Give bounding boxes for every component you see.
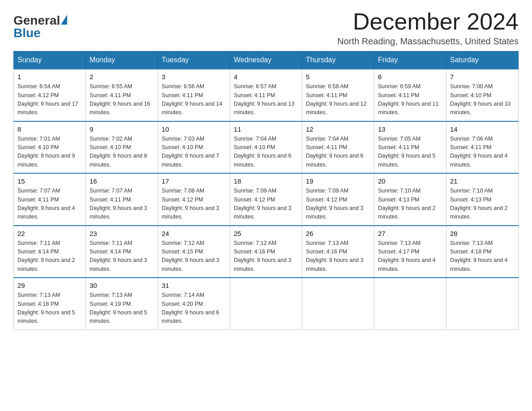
day-number: 2	[90, 73, 154, 81]
table-row: 30 Sunrise: 7:13 AM Sunset: 4:19 PM Dayl…	[86, 278, 158, 330]
table-row: 17 Sunrise: 7:08 AM Sunset: 4:12 PM Dayl…	[158, 173, 230, 226]
table-row: 23 Sunrise: 7:11 AM Sunset: 4:14 PM Dayl…	[86, 226, 158, 278]
day-number: 30	[90, 282, 154, 289]
table-row: 11 Sunrise: 7:04 AM Sunset: 4:10 PM Dayl…	[230, 121, 302, 174]
day-info: Sunrise: 6:55 AM Sunset: 4:11 PM Dayligh…	[90, 82, 154, 117]
day-info: Sunrise: 7:04 AM Sunset: 4:11 PM Dayligh…	[306, 135, 370, 170]
day-info: Sunrise: 6:58 AM Sunset: 4:11 PM Dayligh…	[306, 82, 370, 117]
day-info: Sunrise: 7:13 AM Sunset: 4:17 PM Dayligh…	[378, 239, 442, 274]
table-row: 26 Sunrise: 7:13 AM Sunset: 4:16 PM Dayl…	[302, 226, 374, 278]
table-row: 21 Sunrise: 7:10 AM Sunset: 4:13 PM Dayl…	[446, 173, 519, 226]
header-saturday: Saturday	[446, 51, 519, 69]
day-info: Sunrise: 7:13 AM Sunset: 4:18 PM Dayligh…	[450, 239, 515, 274]
day-info: Sunrise: 7:05 AM Sunset: 4:11 PM Dayligh…	[378, 135, 442, 170]
day-number: 31	[162, 282, 226, 289]
calendar-week-row: 15 Sunrise: 7:07 AM Sunset: 4:11 PM Dayl…	[14, 173, 519, 226]
day-number: 23	[90, 230, 154, 237]
table-row: 25 Sunrise: 7:12 AM Sunset: 4:16 PM Dayl…	[230, 226, 302, 278]
table-row: 10 Sunrise: 7:03 AM Sunset: 4:10 PM Dayl…	[158, 121, 230, 174]
day-info: Sunrise: 6:57 AM Sunset: 4:11 PM Dayligh…	[234, 82, 298, 117]
table-row	[374, 278, 446, 330]
title-area: December 2024 North Reading, Massachuset…	[337, 9, 519, 47]
header-tuesday: Tuesday	[158, 51, 230, 69]
day-number: 22	[17, 230, 82, 237]
day-number: 4	[234, 73, 298, 81]
header-wednesday: Wednesday	[230, 51, 302, 69]
day-number: 27	[378, 230, 442, 237]
calendar-week-row: 1 Sunrise: 6:54 AM Sunset: 4:12 PM Dayli…	[14, 69, 519, 121]
day-number: 16	[90, 177, 154, 185]
day-number: 7	[450, 73, 515, 81]
table-row: 28 Sunrise: 7:13 AM Sunset: 4:18 PM Dayl…	[446, 226, 519, 278]
table-row: 31 Sunrise: 7:14 AM Sunset: 4:20 PM Dayl…	[158, 278, 230, 330]
month-title: December 2024	[337, 9, 519, 34]
day-info: Sunrise: 7:01 AM Sunset: 4:10 PM Dayligh…	[17, 135, 82, 170]
day-number: 10	[162, 125, 226, 133]
table-row: 19 Sunrise: 7:09 AM Sunset: 4:12 PM Dayl…	[302, 173, 374, 226]
day-number: 29	[17, 282, 82, 289]
calendar-table: Sunday Monday Tuesday Wednesday Thursday…	[13, 51, 519, 330]
day-number: 18	[234, 177, 298, 185]
logo-general-text: General	[13, 13, 67, 27]
table-row: 24 Sunrise: 7:12 AM Sunset: 4:15 PM Dayl…	[158, 226, 230, 278]
weekday-header-row: Sunday Monday Tuesday Wednesday Thursday…	[14, 51, 519, 69]
table-row: 12 Sunrise: 7:04 AM Sunset: 4:11 PM Dayl…	[302, 121, 374, 174]
day-number: 1	[17, 73, 82, 81]
day-number: 13	[378, 125, 442, 133]
day-number: 26	[306, 230, 370, 237]
day-info: Sunrise: 7:03 AM Sunset: 4:10 PM Dayligh…	[162, 135, 226, 170]
table-row	[302, 278, 374, 330]
logo-blue-text: Blue	[13, 26, 67, 40]
day-info: Sunrise: 7:02 AM Sunset: 4:10 PM Dayligh…	[90, 135, 154, 170]
day-number: 28	[450, 230, 515, 237]
day-number: 6	[378, 73, 442, 81]
header-sunday: Sunday	[14, 51, 86, 69]
day-number: 9	[90, 125, 154, 133]
day-number: 20	[378, 177, 442, 185]
day-number: 14	[450, 125, 515, 133]
table-row: 4 Sunrise: 6:57 AM Sunset: 4:11 PM Dayli…	[230, 69, 302, 121]
table-row: 18 Sunrise: 7:09 AM Sunset: 4:12 PM Dayl…	[230, 173, 302, 226]
table-row	[230, 278, 302, 330]
table-row: 2 Sunrise: 6:55 AM Sunset: 4:11 PM Dayli…	[86, 69, 158, 121]
table-row: 27 Sunrise: 7:13 AM Sunset: 4:17 PM Dayl…	[374, 226, 446, 278]
table-row: 7 Sunrise: 7:00 AM Sunset: 4:10 PM Dayli…	[446, 69, 519, 121]
day-number: 12	[306, 125, 370, 133]
day-info: Sunrise: 7:00 AM Sunset: 4:10 PM Dayligh…	[450, 82, 515, 117]
table-row: 13 Sunrise: 7:05 AM Sunset: 4:11 PM Dayl…	[374, 121, 446, 174]
day-number: 25	[234, 230, 298, 237]
table-row: 6 Sunrise: 6:59 AM Sunset: 4:11 PM Dayli…	[374, 69, 446, 121]
table-row: 20 Sunrise: 7:10 AM Sunset: 4:13 PM Dayl…	[374, 173, 446, 226]
day-info: Sunrise: 7:14 AM Sunset: 4:20 PM Dayligh…	[162, 291, 226, 326]
header-thursday: Thursday	[302, 51, 374, 69]
day-info: Sunrise: 7:12 AM Sunset: 4:15 PM Dayligh…	[162, 239, 226, 274]
table-row: 5 Sunrise: 6:58 AM Sunset: 4:11 PM Dayli…	[302, 69, 374, 121]
day-number: 21	[450, 177, 515, 185]
day-info: Sunrise: 7:08 AM Sunset: 4:12 PM Dayligh…	[162, 187, 226, 222]
page-header: General Blue December 2024 North Reading…	[13, 9, 519, 47]
calendar-week-row: 8 Sunrise: 7:01 AM Sunset: 4:10 PM Dayli…	[14, 121, 519, 174]
calendar-week-row: 29 Sunrise: 7:13 AM Sunset: 4:18 PM Dayl…	[14, 278, 519, 330]
table-row: 14 Sunrise: 7:06 AM Sunset: 4:11 PM Dayl…	[446, 121, 519, 174]
table-row	[446, 278, 519, 330]
location-subtitle: North Reading, Massachusetts, United Sta…	[337, 36, 519, 47]
day-info: Sunrise: 7:07 AM Sunset: 4:11 PM Dayligh…	[17, 187, 82, 222]
day-info: Sunrise: 6:54 AM Sunset: 4:12 PM Dayligh…	[17, 82, 82, 117]
day-info: Sunrise: 7:10 AM Sunset: 4:13 PM Dayligh…	[378, 187, 442, 222]
day-info: Sunrise: 7:09 AM Sunset: 4:12 PM Dayligh…	[234, 187, 298, 222]
calendar-week-row: 22 Sunrise: 7:11 AM Sunset: 4:14 PM Dayl…	[14, 226, 519, 278]
day-info: Sunrise: 7:06 AM Sunset: 4:11 PM Dayligh…	[450, 135, 515, 170]
table-row: 1 Sunrise: 6:54 AM Sunset: 4:12 PM Dayli…	[14, 69, 86, 121]
logo: General Blue	[13, 13, 67, 40]
day-info: Sunrise: 7:12 AM Sunset: 4:16 PM Dayligh…	[234, 239, 298, 274]
table-row: 16 Sunrise: 7:07 AM Sunset: 4:11 PM Dayl…	[86, 173, 158, 226]
day-number: 3	[162, 73, 226, 81]
table-row: 22 Sunrise: 7:11 AM Sunset: 4:14 PM Dayl…	[14, 226, 86, 278]
table-row: 29 Sunrise: 7:13 AM Sunset: 4:18 PM Dayl…	[14, 278, 86, 330]
day-info: Sunrise: 7:13 AM Sunset: 4:16 PM Dayligh…	[306, 239, 370, 274]
day-number: 19	[306, 177, 370, 185]
table-row: 9 Sunrise: 7:02 AM Sunset: 4:10 PM Dayli…	[86, 121, 158, 174]
day-info: Sunrise: 6:56 AM Sunset: 4:11 PM Dayligh…	[162, 82, 226, 117]
day-number: 24	[162, 230, 226, 237]
logo-triangle-icon	[61, 15, 67, 25]
